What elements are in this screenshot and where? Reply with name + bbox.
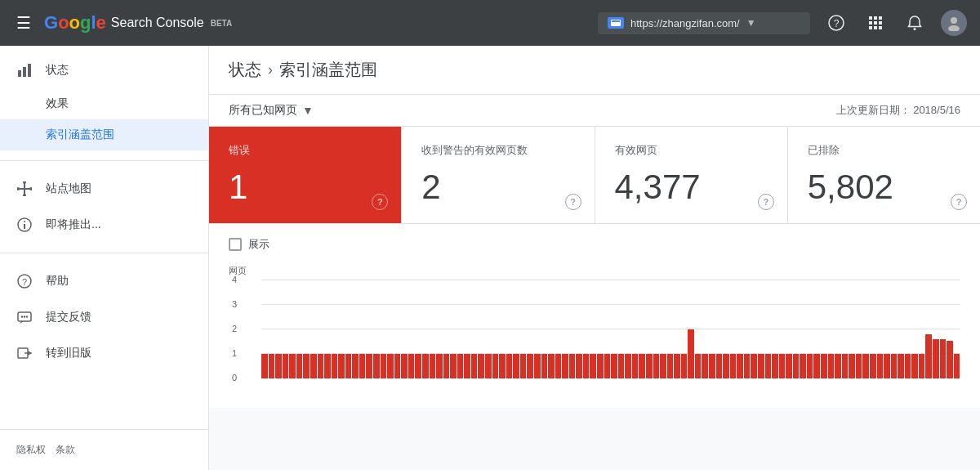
chart-bar: [324, 354, 331, 378]
chart-bars: [261, 280, 960, 378]
stat-value-warned: 2: [421, 168, 574, 207]
chart-bar: [478, 354, 484, 378]
stat-label-warned: 收到警告的有效网页数: [421, 143, 574, 158]
chart-bar: [457, 354, 464, 378]
chart-bar: [667, 354, 674, 378]
help-icon[interactable]: ?: [823, 10, 849, 36]
chart-bar: [793, 354, 800, 378]
stat-card-warned[interactable]: 收到警告的有效网页数 2 ?: [402, 127, 595, 223]
breadcrumb-parent[interactable]: 状态: [229, 59, 261, 81]
chart-bar: [359, 354, 366, 378]
svg-rect-11: [869, 26, 872, 29]
svg-point-26: [24, 221, 25, 222]
app-name: Search Console: [111, 16, 204, 30]
chart-bar: [954, 354, 960, 378]
main-content: 状态 › 索引涵盖范围 所有已知网页 ▼ 上次更新日期： 2018/5/16 错…: [209, 46, 980, 470]
page-header: 状态 › 索引涵盖范围: [209, 46, 980, 95]
filter-dropdown[interactable]: 所有已知网页 ▼: [229, 103, 314, 118]
svg-rect-17: [18, 70, 21, 77]
chart-bar: [269, 354, 275, 378]
sidebar-item-effect[interactable]: 效果: [0, 88, 208, 119]
svg-rect-18: [23, 67, 26, 77]
sidebar-item-help[interactable]: ? 帮助: [0, 263, 208, 299]
chart-filter-label: 展示: [248, 237, 270, 252]
sidebar-item-status[interactable]: 状态: [0, 52, 208, 88]
sidebar-item-feedback[interactable]: 提交反馈: [0, 299, 208, 335]
chart-bar: [450, 354, 457, 378]
chart-bar: [813, 354, 820, 378]
url-dropdown-icon[interactable]: ▼: [746, 17, 756, 29]
chart-graph: 4 3 2 1 0: [229, 280, 960, 395]
chart-bar: [430, 354, 436, 378]
stat-help-icon-error[interactable]: ?: [372, 194, 388, 210]
chart-y-axis-label: 网页: [229, 265, 960, 277]
chart-bar: [513, 354, 519, 378]
chart-bar: [933, 339, 939, 378]
stat-card-excluded[interactable]: 已排除 5,802 ?: [788, 127, 980, 223]
stat-help-icon-valid[interactable]: ?: [758, 194, 774, 210]
chart-bar: [534, 354, 541, 378]
privacy-link[interactable]: 隐私权: [16, 443, 46, 457]
stat-card-valid[interactable]: 有效网页 4,377 ?: [595, 127, 788, 223]
chart-bar: [862, 354, 869, 378]
url-bar[interactable]: https://zhangzifan.com/ ▼: [598, 12, 810, 34]
sitemap-icon: [16, 181, 33, 197]
chart-bar: [842, 354, 849, 378]
chart-bar: [807, 354, 813, 378]
chart-bar: [310, 354, 317, 378]
chart-bar: [275, 354, 282, 378]
chart-bar: [464, 354, 470, 378]
stat-value-error: 1: [229, 168, 381, 207]
google-logo: Google: [44, 12, 106, 34]
chart-bar: [695, 354, 702, 378]
sidebar-item-coming-soon[interactable]: 即将推出...: [0, 207, 208, 243]
chart-bar: [891, 354, 898, 378]
sidebar-item-legacy[interactable]: 转到旧版: [0, 335, 208, 371]
chart-bar: [674, 354, 680, 378]
chart-bar: [779, 354, 786, 378]
chart-bar: [877, 354, 884, 378]
chart-bar: [283, 354, 289, 378]
chart-filter: 展示: [229, 237, 960, 252]
filter-label: 所有已知网页: [229, 103, 297, 118]
sidebar-item-sitemap[interactable]: 站点地图: [0, 171, 208, 207]
chart-bar: [352, 354, 359, 378]
stat-value-valid: 4,377: [615, 168, 768, 207]
filter-arrow-icon: ▼: [302, 104, 314, 117]
svg-text:?: ?: [834, 18, 840, 29]
svg-point-20: [23, 181, 26, 184]
stat-card-error[interactable]: 错误 1 ?: [209, 127, 402, 223]
chart-checkbox[interactable]: [229, 238, 242, 251]
chart-bar: [520, 354, 527, 378]
stat-label-error: 错误: [229, 143, 381, 158]
svg-point-15: [951, 17, 957, 24]
chart-bar: [576, 354, 582, 378]
chart-bar: [905, 354, 911, 378]
terms-link[interactable]: 条款: [56, 443, 75, 457]
beta-badge: BETA: [211, 19, 232, 28]
stat-help-icon-excluded[interactable]: ?: [951, 194, 967, 210]
sidebar-label-sitemap: 站点地图: [46, 181, 91, 196]
chart-bar: [758, 354, 764, 378]
sidebar-label-legacy: 转到旧版: [46, 346, 91, 360]
chart-bar: [366, 354, 372, 378]
svg-rect-12: [874, 26, 877, 29]
menu-icon[interactable]: ☰: [13, 10, 34, 36]
sidebar-label-feedback: 提交反馈: [46, 310, 91, 325]
stat-help-icon-warned[interactable]: ?: [565, 194, 581, 210]
chart-bar: [898, 354, 904, 378]
sidebar-item-index-coverage[interactable]: 索引涵盖范围: [0, 119, 208, 150]
chart-bar: [716, 354, 723, 378]
chart-bar: [303, 354, 310, 378]
help-sidebar-icon: ?: [16, 273, 33, 289]
chart-bar: [646, 354, 653, 378]
sidebar-label-coming-soon: 即将推出...: [46, 217, 101, 232]
svg-point-21: [23, 194, 26, 196]
chart-bar: [289, 354, 296, 378]
notification-icon[interactable]: [902, 10, 928, 36]
chart-bar: [401, 354, 408, 378]
user-avatar[interactable]: [941, 10, 967, 36]
grid-icon[interactable]: [862, 10, 889, 36]
svg-point-32: [24, 316, 25, 317]
chart-bar: [940, 339, 947, 378]
